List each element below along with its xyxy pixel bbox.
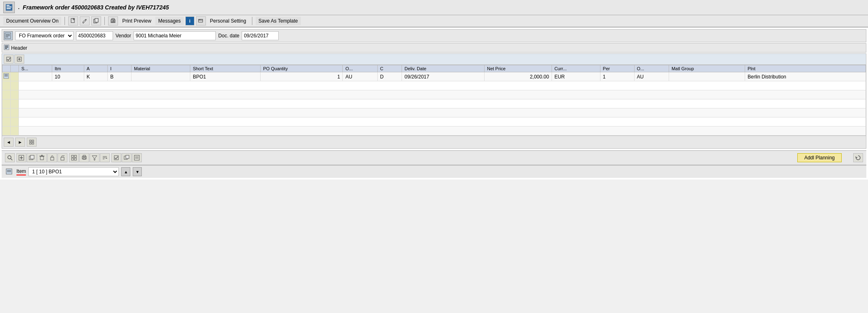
order-header-row: FO Framework order Vendor Doc. date bbox=[2, 29, 866, 42]
col-short-text: Short Text bbox=[190, 65, 261, 72]
col-select bbox=[11, 65, 19, 72]
table-select-all-btn[interactable] bbox=[4, 55, 14, 64]
bottom-toolbar: Addl Planning bbox=[2, 150, 866, 165]
table-row-empty bbox=[2, 81, 866, 90]
row-i: B bbox=[108, 72, 132, 81]
table-settings-btn[interactable] bbox=[27, 138, 37, 147]
svg-point-37 bbox=[8, 156, 11, 159]
svg-rect-63 bbox=[126, 155, 129, 159]
col-material: Material bbox=[132, 65, 190, 72]
copy-btn[interactable] bbox=[91, 16, 101, 25]
row-plnt: Berlin Distribution bbox=[745, 72, 866, 81]
row-status-cell bbox=[11, 72, 19, 81]
row-short-text: BPO1 bbox=[190, 72, 261, 81]
row-per: 1 bbox=[600, 72, 634, 81]
svg-rect-52 bbox=[72, 158, 74, 160]
items-table-wrapper: S... Itm A I Material Short Text PO Quan… bbox=[2, 53, 866, 149]
svg-rect-48 bbox=[61, 157, 64, 160]
bottom-btn-group-4 bbox=[111, 153, 142, 162]
item-next-btn[interactable]: ▼ bbox=[133, 167, 142, 176]
scroll-right-btn[interactable]: ► bbox=[15, 138, 25, 147]
col-deliv-date: Deliv. Date bbox=[402, 65, 485, 72]
doc-date-input[interactable] bbox=[242, 31, 279, 40]
col-matl-group: Matl Group bbox=[669, 65, 745, 72]
col-o1: O... bbox=[343, 65, 377, 72]
doc-date-label: Doc. date bbox=[218, 33, 239, 39]
row-matl-group bbox=[669, 72, 745, 81]
personal-setting-btn[interactable] bbox=[196, 16, 206, 25]
svg-point-13 bbox=[113, 21, 114, 21]
page-title: Framework order 4500020683 Created by IV… bbox=[23, 4, 169, 11]
btn-copy-item[interactable] bbox=[27, 153, 37, 162]
btn-copy-grid[interactable] bbox=[69, 153, 79, 162]
row-currency: EUR bbox=[552, 72, 600, 81]
bottom-btn-group-1 bbox=[5, 153, 15, 162]
btn-sort[interactable] bbox=[100, 153, 110, 162]
col-net-price: Net Price bbox=[484, 65, 552, 72]
row-deliv-date: 09/26/2017 bbox=[402, 72, 485, 81]
order-type-select[interactable]: FO Framework order bbox=[15, 31, 74, 40]
btn-filter[interactable] bbox=[90, 153, 99, 162]
btn-add[interactable] bbox=[16, 153, 26, 162]
table-row: 10 K B BPO1 1 AU D 09/26/2017 2,000.00 E… bbox=[2, 72, 866, 81]
col-o2: O... bbox=[634, 65, 669, 72]
btn-print[interactable] bbox=[79, 153, 89, 162]
btn-refresh[interactable] bbox=[853, 153, 863, 162]
messages-btn[interactable]: Messages bbox=[155, 17, 184, 25]
svg-rect-64 bbox=[134, 155, 139, 160]
bottom-btn-group-3 bbox=[69, 153, 110, 162]
addl-planning-btn[interactable]: Addl Planning bbox=[797, 153, 842, 162]
btn-detail[interactable] bbox=[132, 153, 142, 162]
svg-point-16 bbox=[199, 19, 199, 20]
doc-overview-btn[interactable]: Document Overview On bbox=[3, 17, 61, 25]
print-preview-btn[interactable] bbox=[108, 16, 118, 25]
col-c: C bbox=[377, 65, 402, 72]
search-btn[interactable] bbox=[5, 153, 15, 162]
svg-rect-35 bbox=[30, 143, 31, 144]
table-row-empty bbox=[2, 117, 866, 127]
row-net-price: 2,000.00 bbox=[484, 72, 552, 81]
save-template-btn[interactable]: Save As Template bbox=[256, 17, 301, 25]
toolbar-separator-2 bbox=[104, 17, 105, 25]
title-separator: . bbox=[18, 5, 19, 10]
col-po-quantity: PO Quantity bbox=[261, 65, 343, 72]
main-content: FO Framework order Vendor Doc. date Head… bbox=[0, 28, 868, 180]
header-section[interactable]: Header bbox=[2, 43, 866, 53]
col-s: S... bbox=[19, 65, 52, 72]
btn-copy-row[interactable] bbox=[122, 153, 132, 162]
toolbar-separator-3 bbox=[252, 17, 252, 25]
new-doc-btn[interactable] bbox=[68, 16, 78, 25]
svg-line-38 bbox=[11, 159, 12, 160]
col-i: I bbox=[108, 65, 132, 72]
row-s bbox=[19, 72, 52, 81]
table-nav-row: ◄ ► bbox=[2, 136, 866, 148]
table-row-empty bbox=[2, 108, 866, 117]
col-icon bbox=[2, 65, 11, 72]
svg-rect-12 bbox=[112, 21, 114, 22]
row-c: D bbox=[377, 72, 402, 81]
personal-setting-label[interactable]: Personal Setting bbox=[208, 17, 249, 25]
print-preview-label[interactable]: Print Preview bbox=[120, 17, 154, 25]
edit-btn[interactable] bbox=[80, 16, 90, 25]
btn-lock[interactable] bbox=[47, 153, 57, 162]
app-icon bbox=[3, 2, 15, 13]
svg-rect-2 bbox=[7, 7, 12, 7]
order-number-input[interactable] bbox=[76, 31, 113, 40]
btn-delete[interactable] bbox=[37, 153, 47, 162]
svg-point-17 bbox=[200, 19, 200, 20]
col-per: Per bbox=[600, 65, 634, 72]
vendor-input[interactable] bbox=[134, 31, 216, 40]
header-section-label: Header bbox=[11, 45, 27, 51]
btn-mark[interactable] bbox=[111, 153, 121, 162]
btn-unlock[interactable] bbox=[58, 153, 67, 162]
table-row-empty bbox=[2, 99, 866, 108]
scroll-left-btn[interactable]: ◄ bbox=[4, 138, 14, 147]
table-add-row-btn[interactable] bbox=[14, 55, 24, 64]
row-material bbox=[132, 72, 190, 81]
svg-rect-9 bbox=[95, 18, 98, 22]
item-footer-label: Item bbox=[16, 168, 26, 175]
item-selector[interactable]: 1 [ 10 ] BPO1 bbox=[28, 167, 119, 176]
info-btn[interactable]: i bbox=[185, 16, 194, 25]
col-a: A bbox=[84, 65, 108, 72]
item-prev-btn[interactable]: ▲ bbox=[121, 167, 130, 176]
